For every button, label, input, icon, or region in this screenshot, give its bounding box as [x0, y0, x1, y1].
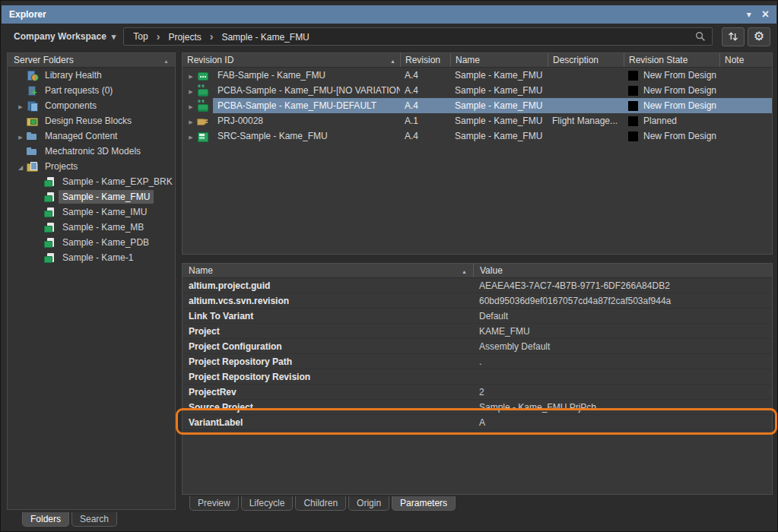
parameter-row[interactable]: Project Configuration Assembly Default	[183, 339, 772, 354]
expand-icon[interactable]	[186, 131, 196, 141]
revision-cell: A.1	[400, 116, 450, 126]
revisions-table-header: Revision ID Revision Name Description Re…	[183, 53, 772, 68]
components-icon	[26, 100, 38, 112]
parameter-row[interactable]: Link To Variant Default	[183, 309, 772, 324]
sidebar-tab[interactable]: Search	[71, 512, 117, 527]
breadcrumb-item[interactable]: Projects	[148, 30, 202, 43]
tree-item[interactable]: Sample - Kame_PDB	[8, 235, 175, 250]
design-reuse-icon	[26, 115, 38, 127]
sidebar-tabs: FoldersSearch	[22, 512, 117, 527]
column-header-parameter-value[interactable]: Value	[473, 264, 772, 277]
revisions-table-body: FAB-Sample - Kame_FMU A.4 Sample - Kame_…	[183, 68, 772, 144]
tree-item[interactable]: Projects	[8, 159, 175, 174]
parameter-name: Project Repository Path	[183, 356, 473, 367]
tree-item[interactable]: Sample - Kame-1	[8, 250, 175, 265]
tree-item[interactable]: Library Health	[8, 68, 175, 83]
revision-row[interactable]: FAB-Sample - Kame_FMU A.4 Sample - Kame_…	[183, 68, 772, 83]
parameter-row[interactable]: Project Repository Path .	[183, 354, 772, 369]
expand-icon[interactable]	[186, 100, 196, 111]
column-header-revision-state[interactable]: Revision State	[624, 53, 719, 67]
tree-item[interactable]: Part requests (0)	[8, 83, 175, 98]
detail-tab[interactable]: Lifecycle	[241, 496, 294, 511]
tree-item[interactable]: Sample - Kame_IMU	[8, 204, 175, 220]
pcb-project-icon	[43, 221, 56, 233]
state-color-swatch	[628, 86, 638, 96]
workspace-selector-label: Company Workspace	[14, 31, 106, 42]
tree-item[interactable]: Components	[8, 98, 175, 113]
tree-item-label: Projects	[41, 160, 81, 173]
tree-item[interactable]: Sample - Kame_MB	[8, 220, 175, 235]
breadcrumb-item[interactable]: Top	[133, 31, 148, 42]
name-cell: Sample - Kame_FMU	[450, 70, 548, 81]
parameter-row[interactable]: Project Repository Revision	[183, 369, 772, 385]
tree-item[interactable]: Sample - Kame_FMU	[8, 189, 175, 204]
column-header-name[interactable]: Name	[450, 53, 548, 67]
state-label: New From Design	[643, 100, 716, 111]
detail-tab[interactable]: Parameters	[392, 496, 456, 511]
pcb-project-icon	[43, 191, 56, 203]
parameter-row[interactable]: Source Project Sample - Kame_FMU.PrjPcb	[183, 400, 772, 415]
sync-icon	[728, 31, 738, 42]
close-icon[interactable]	[762, 8, 769, 21]
expand-icon[interactable]	[186, 70, 196, 81]
sidebar-header[interactable]: Server Folders	[8, 53, 175, 68]
parameter-value: 60bd95036d9ef0167057cd4a87f2caf503af944a	[473, 296, 772, 306]
parameter-row[interactable]: Project KAME_FMU	[183, 324, 772, 339]
parameter-name: altium.project.guid	[183, 280, 473, 291]
revision-row[interactable]: PCBA-Sample - Kame_FMU-[NO VARIATIONS] A…	[183, 83, 772, 98]
breadcrumb-item[interactable]: Sample - Kame_FMU	[202, 30, 310, 43]
collapse-panel-icon[interactable]	[164, 55, 169, 65]
settings-button[interactable]	[748, 27, 770, 46]
parameter-row[interactable]: VariantLabel A	[183, 415, 772, 430]
column-header-description[interactable]: Description	[548, 53, 624, 67]
revision-row[interactable]: PRJ-00028 A.1 Sample - Kame_FMU Flight M…	[183, 113, 772, 128]
parameter-row[interactable]: ProjectRev 2	[183, 385, 772, 400]
parameter-name: ProjectRev	[183, 387, 473, 397]
parameter-name: altium.vcs.svn.revision	[183, 296, 473, 306]
tree-item-label: Part requests (0)	[41, 84, 116, 97]
parameter-value: 2	[473, 387, 772, 397]
parameter-value: KAME_FMU	[473, 326, 772, 337]
tree-item[interactable]: Mechatronic 3D Models	[8, 144, 175, 159]
parameter-row[interactable]: altium.vcs.svn.revision 60bd95036d9ef016…	[183, 293, 772, 309]
part-requests-icon	[26, 84, 38, 97]
parameter-value: .	[473, 356, 772, 367]
chevron-down-icon	[112, 31, 116, 42]
expand-icon[interactable]	[15, 100, 26, 111]
detail-tab[interactable]: Origin	[348, 496, 389, 511]
expand-icon[interactable]	[186, 85, 196, 96]
tree-item[interactable]: Sample - Kame_EXP_BRK	[8, 174, 175, 189]
sidebar-tab[interactable]: Folders	[22, 512, 69, 527]
parameters-table-body: altium.project.guid AEAEA4E3-7AC7-4B7B-9…	[183, 278, 772, 430]
revision-id-cell: SRC-Sample - Kame_FMU	[213, 131, 400, 141]
column-header-note[interactable]: Note	[719, 53, 772, 67]
breadcrumb[interactable]: TopProjectsSample - Kame_FMU	[123, 27, 713, 46]
tree-item[interactable]: Design Reuse Blocks	[8, 113, 175, 128]
column-header-revision-id[interactable]: Revision ID	[183, 53, 400, 67]
parameter-row[interactable]: altium.project.guid AEAEA4E3-7AC7-4B7B-9…	[183, 278, 772, 293]
state-label: Planned	[643, 116, 677, 126]
revision-row[interactable]: PCBA-Sample - Kame_FMU-DEFAULT A.4 Sampl…	[183, 98, 772, 113]
pcb-project-icon	[43, 252, 56, 264]
tree-item[interactable]: Managed Content	[8, 128, 175, 144]
prj-icon	[196, 115, 208, 127]
column-header-revision[interactable]: Revision	[400, 53, 450, 67]
toolbar: Company Workspace TopProjectsSample - Ka…	[2, 24, 776, 49]
search-icon[interactable]	[695, 31, 706, 42]
sync-button[interactable]	[722, 27, 745, 46]
breadcrumb-items: TopProjectsSample - Kame_FMU	[133, 30, 695, 43]
panel-menu-icon[interactable]	[747, 10, 751, 19]
state-label: New From Design	[643, 70, 716, 81]
name-cell: Sample - Kame_FMU	[450, 116, 548, 126]
revision-id-cell: FAB-Sample - Kame_FMU	[213, 70, 400, 81]
tree-item-label: Sample - Kame-1	[59, 251, 137, 264]
expand-icon[interactable]	[15, 161, 26, 172]
revision-state-cell: Planned	[624, 116, 719, 126]
column-header-parameter-name[interactable]: Name	[183, 264, 473, 277]
detail-tab[interactable]: Children	[295, 496, 346, 511]
detail-tab[interactable]: Preview	[189, 496, 239, 511]
expand-icon[interactable]	[186, 116, 196, 126]
workspace-selector[interactable]: Company Workspace	[14, 31, 116, 42]
revision-row[interactable]: SRC-Sample - Kame_FMU A.4 Sample - Kame_…	[183, 128, 772, 144]
expand-icon[interactable]	[15, 131, 26, 141]
